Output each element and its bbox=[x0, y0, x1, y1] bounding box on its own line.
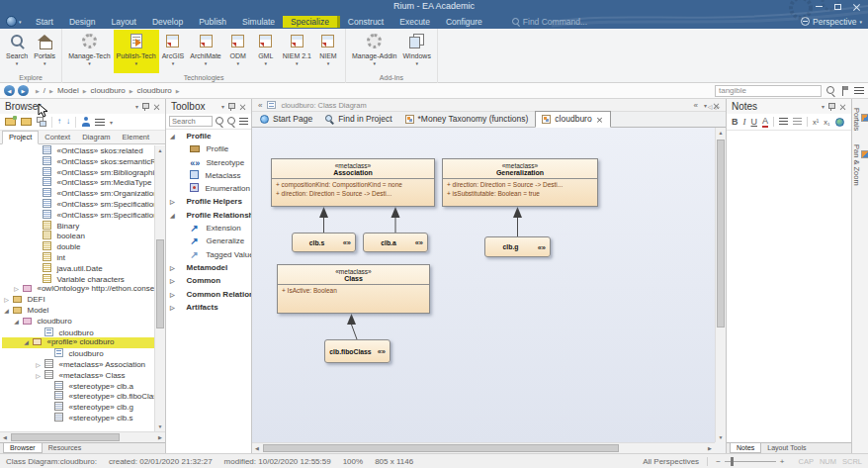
ribbon-button[interactable]: Publish-Tech ▾ bbox=[114, 30, 159, 73]
tab-scroll-arrows[interactable]: ◁▷ bbox=[708, 103, 723, 110]
uml-stereotype-clb-fiboclass[interactable]: clb.fiboClass «» bbox=[324, 339, 391, 363]
document-tab[interactable]: *Money Taxonomy (functions) bbox=[399, 112, 536, 127]
collapse-icon[interactable]: « bbox=[694, 101, 698, 110]
tree-item[interactable]: «OntClass» sm:MediaType bbox=[0, 177, 154, 188]
ribbon-button[interactable]: Search ▾ bbox=[3, 30, 31, 73]
expand-arrow-icon[interactable]: ▷ bbox=[170, 262, 178, 274]
zoom-in-icon[interactable]: + bbox=[780, 457, 785, 466]
browser-tab[interactable]: Diagram bbox=[76, 132, 116, 143]
ribbon-tab[interactable]: Design bbox=[61, 16, 103, 28]
ribbon-tab[interactable]: Construct bbox=[340, 16, 391, 28]
scrollbar-thumb[interactable] bbox=[156, 239, 164, 328]
scroll-up-icon[interactable]: ▲ bbox=[155, 145, 165, 155]
panel-menu-icon[interactable]: ▾ bbox=[135, 103, 138, 110]
panel-bottom-tab[interactable]: Notes bbox=[730, 443, 761, 453]
toolbox-search-input[interactable] bbox=[169, 116, 213, 127]
new-package-icon[interactable] bbox=[5, 118, 16, 126]
search-icon[interactable] bbox=[826, 86, 836, 96]
tree-item[interactable]: «stereotype» clb.a bbox=[0, 381, 154, 392]
uml-stereotype-clb-a[interactable]: clb.a «» bbox=[363, 233, 428, 252]
ribbon-button[interactable]: Portals ▾ bbox=[31, 30, 58, 73]
close-icon[interactable] bbox=[154, 104, 160, 110]
scrollbar-thumb[interactable] bbox=[11, 433, 120, 441]
close-tab-icon[interactable] bbox=[597, 117, 602, 122]
scroll-left-icon[interactable]: ◀ bbox=[252, 443, 262, 453]
move-up-icon[interactable]: ↑ bbox=[57, 118, 61, 126]
tree-item[interactable]: int bbox=[0, 252, 154, 263]
notes-format-button[interactable] bbox=[807, 117, 808, 127]
move-down-icon[interactable]: ↓ bbox=[66, 118, 70, 126]
tree-item[interactable]: «OntClass» sm:SpecificationFamily bbox=[0, 210, 154, 221]
notes-content[interactable] bbox=[727, 131, 851, 441]
browser-tab[interactable]: Element bbox=[117, 132, 156, 143]
tree-item[interactable]: «stereotype» clb.s bbox=[0, 413, 154, 423]
scroll-down-icon[interactable]: ▼ bbox=[716, 432, 726, 442]
browser-horizontal-scrollbar[interactable]: ◀ ▶ bbox=[0, 431, 165, 442]
search-icon[interactable] bbox=[216, 117, 224, 127]
breadcrumb-item[interactable]: ▶ / bbox=[32, 86, 45, 95]
expand-arrow-icon[interactable]: ▷ bbox=[170, 196, 178, 208]
menu-icon[interactable] bbox=[239, 118, 248, 125]
notes-format-button[interactable] bbox=[835, 118, 844, 127]
ribbon-tab[interactable]: Layout bbox=[103, 16, 144, 28]
notes-format-button[interactable]: U bbox=[751, 117, 758, 127]
new-diagram-icon[interactable] bbox=[37, 117, 46, 127]
toolbox-row[interactable]: ▷ Common Relationships bbox=[166, 288, 251, 301]
pin-icon[interactable] bbox=[828, 102, 835, 111]
panel-bottom-tab[interactable]: Layout Tools bbox=[761, 443, 812, 453]
notes-format-button[interactable]: x₁ bbox=[824, 118, 829, 127]
ribbon-button[interactable]: NIEM ▾ bbox=[314, 30, 342, 73]
browser-tab[interactable]: Project bbox=[2, 131, 39, 144]
dock-tab[interactable]: Portals bbox=[852, 103, 868, 136]
pin-icon[interactable] bbox=[142, 102, 149, 111]
expand-arrow-icon[interactable]: ◢ bbox=[170, 131, 178, 142]
pin-icon[interactable] bbox=[228, 102, 235, 111]
ribbon-button[interactable]: ODM ▾ bbox=[224, 30, 252, 73]
ribbon-tab[interactable]: Specialize bbox=[283, 16, 340, 28]
ribbon-tab[interactable]: Start bbox=[28, 16, 61, 28]
panel-menu-icon[interactable]: ▾ bbox=[822, 103, 825, 110]
tree-item[interactable]: ▷ «owlOntology» http://ethon.consensys bbox=[0, 284, 154, 295]
toolbox-row[interactable]: Generalize bbox=[166, 234, 251, 247]
app-menu-button[interactable]: ▾ bbox=[6, 16, 28, 27]
toolbox-row[interactable]: ◢ Profile bbox=[166, 130, 251, 142]
toolbox-row[interactable]: ◢ Profile Relationships bbox=[166, 209, 251, 222]
zoom-slider-thumb[interactable] bbox=[731, 457, 734, 466]
tree-item[interactable]: cloudburo bbox=[0, 348, 154, 359]
zoom-control[interactable]: − + bbox=[716, 457, 784, 466]
diagram-canvas[interactable]: «metaclass» Association + compositionKin… bbox=[252, 128, 715, 442]
flag-icon[interactable] bbox=[841, 86, 849, 96]
breadcrumb-item[interactable]: ▶ cloudburo bbox=[79, 86, 126, 95]
scrollbar-thumb[interactable] bbox=[717, 140, 725, 328]
tree-item[interactable]: «OntClass» sm:BibliographicCitatio bbox=[0, 167, 154, 178]
tree-item[interactable]: «OntClass» skos:related bbox=[0, 145, 154, 156]
notes-format-button[interactable]: x¹ bbox=[813, 118, 819, 127]
panel-bottom-tab[interactable]: Resources bbox=[43, 443, 87, 453]
toolbox-row[interactable]: ▷ Metamodel bbox=[166, 261, 251, 274]
scroll-up-icon[interactable]: ▲ bbox=[716, 128, 726, 138]
tree-item[interactable]: ◢ Model bbox=[0, 306, 154, 317]
toolbox-row[interactable]: ▷ Common bbox=[166, 274, 251, 287]
scroll-right-icon[interactable]: ▶ bbox=[705, 443, 715, 453]
tree-item[interactable]: java.util.Date bbox=[0, 263, 154, 274]
toolbox-row[interactable]: Extension bbox=[166, 222, 251, 234]
breadcrumb-item[interactable]: ▶ cloudburo bbox=[126, 86, 172, 95]
close-button[interactable] bbox=[847, 0, 866, 13]
toolbox-row[interactable]: Enumeration bbox=[166, 182, 251, 195]
panel-menu-icon[interactable]: ▾ bbox=[221, 103, 224, 110]
uml-metaclass-generalization[interactable]: «metaclass» Generalization + direction: … bbox=[442, 158, 598, 207]
ribbon-button[interactable]: Manage-Addin ▾ bbox=[349, 30, 400, 73]
caret-down-icon[interactable]: ▾ bbox=[110, 119, 113, 126]
notes-format-button[interactable] bbox=[779, 118, 788, 126]
ribbon-button[interactable]: Manage-Tech ▾ bbox=[65, 30, 113, 73]
notes-format-button[interactable] bbox=[773, 117, 774, 127]
ribbon-tab[interactable]: Execute bbox=[391, 16, 438, 28]
ribbon-button[interactable]: NIEM 2.1 ▾ bbox=[280, 30, 314, 73]
tree-item[interactable]: ◢ cloudburo bbox=[0, 317, 154, 328]
expand-arrow-icon[interactable]: ▷ bbox=[170, 275, 178, 287]
notes-format-button[interactable]: B bbox=[732, 117, 738, 127]
diagram-vertical-scrollbar[interactable]: ▲ ▼ bbox=[715, 128, 726, 442]
caret-down-icon[interactable]: ▾ bbox=[704, 102, 707, 109]
tree-item[interactable]: «stereotype» clb.g bbox=[0, 402, 154, 413]
search-options-icon[interactable] bbox=[227, 117, 236, 127]
